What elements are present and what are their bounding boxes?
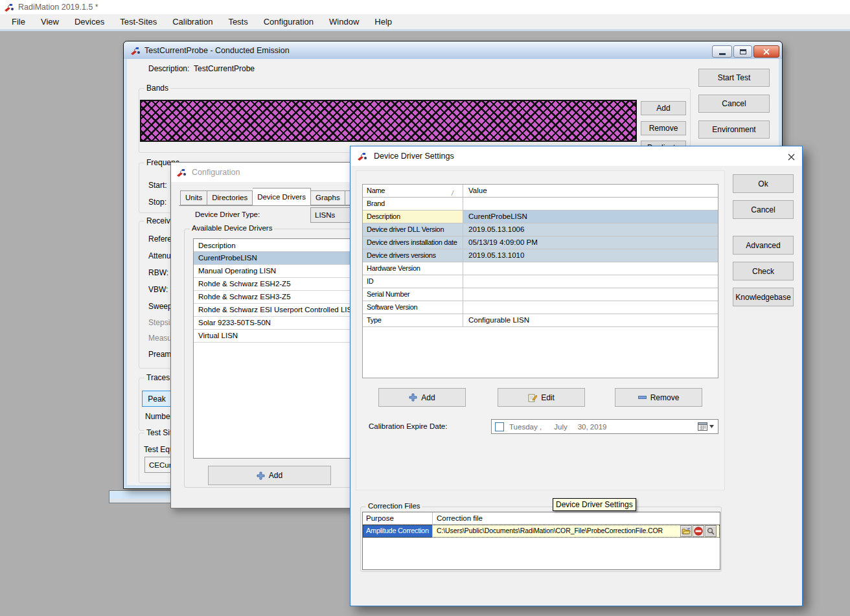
add-button[interactable]: Add [378, 388, 466, 407]
tab-units[interactable]: Units [180, 190, 207, 205]
calibration-date-value: Tuesday , July 30, 2019 [509, 423, 606, 431]
maximize-button[interactable] [733, 45, 752, 58]
magnifier-icon [707, 527, 715, 535]
row-name: Type [363, 314, 463, 326]
tab-graphs[interactable]: Graphs [311, 190, 345, 205]
menu-file[interactable]: File [4, 16, 33, 28]
table-row[interactable]: Serial Number [363, 288, 718, 301]
dds-cancel-label: Cancel [751, 205, 775, 214]
peak-label: Peak [148, 394, 165, 404]
plus-icon [257, 472, 265, 480]
background-window-fragment [109, 490, 171, 503]
dds-close-button[interactable] [786, 152, 796, 162]
dds-cancel-button[interactable]: Cancel [733, 200, 794, 219]
chevron-down-icon [709, 425, 714, 428]
header-purpose[interactable]: Purpose [363, 512, 433, 524]
table-row[interactable]: Type Configurable LISN [363, 314, 718, 327]
available-drivers-label: Available Device Drivers [190, 224, 274, 232]
add-label: Add [421, 393, 435, 402]
menu-devices[interactable]: Devices [67, 16, 112, 28]
table-row[interactable]: Hardware Version [363, 262, 718, 275]
row-value: Configurable LISN [463, 314, 718, 326]
edit-label: Edit [541, 393, 555, 402]
ok-button[interactable]: Ok [733, 174, 794, 193]
open-folder-icon [682, 527, 691, 535]
bands-area[interactable] [140, 100, 637, 142]
row-name: Description [363, 211, 463, 223]
correction-files-label: Correction Files [366, 502, 422, 510]
advanced-label: Advanced [746, 241, 780, 250]
remove-button[interactable]: Remove [615, 388, 702, 407]
table-row[interactable]: Device drivers versions 2019.05.13.1010 [363, 249, 718, 262]
environment-label: Environment [712, 125, 755, 134]
band-add-button[interactable]: Add [641, 101, 686, 115]
tab-strip: Units Directories Device Drivers Graphs … [180, 190, 374, 205]
row-name: Software Version [363, 301, 463, 314]
peak-button[interactable]: Peak [142, 391, 172, 407]
menubar: File View Devices Test-Sites Calibration… [0, 14, 850, 29]
radimation-logo-icon [130, 45, 141, 56]
table-row[interactable]: Device drivers installation date 05/13/1… [363, 236, 718, 249]
header-value[interactable]: Value [463, 185, 718, 197]
row-name: Device drivers versions [363, 249, 463, 262]
calibration-checkbox[interactable] [495, 422, 504, 431]
row-name: ID [363, 275, 463, 288]
minimize-button[interactable] [712, 45, 732, 58]
table-row[interactable]: Software Version [363, 301, 718, 314]
menu-test-sites[interactable]: Test-Sites [112, 16, 165, 28]
menu-view[interactable]: View [33, 16, 67, 28]
driver-add-button[interactable]: Add [208, 466, 331, 485]
dds-title: Device Driver Settings [374, 152, 454, 161]
mdi-top-strip [0, 29, 850, 31]
driver-add-label: Add [269, 471, 282, 480]
environment-button[interactable]: Environment [698, 120, 770, 139]
menu-calibration[interactable]: Calibration [165, 16, 220, 28]
ok-label: Ok [758, 179, 768, 188]
header-correction-file[interactable]: Correction file [433, 512, 720, 524]
property-table: Name / Value Brand Description CurentPro… [362, 184, 718, 378]
cancel-button[interactable]: Cancel [698, 95, 770, 113]
start-test-button[interactable]: Start Test [698, 69, 770, 87]
minimize-icon [719, 53, 726, 55]
close-icon [788, 154, 795, 161]
date-picker-button[interactable] [698, 422, 714, 431]
table-row-selected[interactable]: Description CurentProbeLISN [363, 211, 718, 223]
menu-window[interactable]: Window [321, 16, 367, 28]
table-row[interactable]: ID [363, 275, 718, 288]
maximize-icon [740, 49, 746, 54]
test-window-titlebar: TestCurrentProbe - Conducted Emission [124, 41, 782, 59]
table-row[interactable]: Device driver DLL Version 2019.05.13.100… [363, 223, 718, 236]
check-button[interactable]: Check [733, 262, 794, 280]
knowledgebase-button[interactable]: Knowledgebase [733, 288, 794, 306]
number-label: Number [145, 412, 173, 421]
row-value: 05/13/19 4:09:00 PM [463, 236, 718, 249]
browse-file-button[interactable] [680, 525, 692, 537]
correction-row[interactable]: Amplitude Correction C:\Users\Public\Doc… [363, 525, 720, 538]
screen: RadiMation 2019.1.5 * File View Devices … [0, 0, 850, 616]
menu-configuration[interactable]: Configuration [256, 16, 321, 28]
band-remove-button[interactable]: Remove [641, 121, 686, 135]
tab-device-drivers[interactable]: Device Drivers [253, 188, 311, 206]
advanced-button[interactable]: Advanced [733, 236, 794, 255]
view-file-button[interactable] [705, 525, 717, 537]
close-button[interactable] [753, 45, 779, 58]
row-value: 2019.05.13.1010 [463, 249, 718, 262]
row-value [463, 288, 718, 301]
plus-icon [409, 393, 417, 402]
table-row[interactable]: Brand [363, 198, 718, 211]
device-driver-type-value: LISNs [315, 211, 335, 219]
app-titlebar: RadiMation 2019.1.5 * [0, 0, 850, 14]
edit-button[interactable]: Edit [498, 388, 585, 407]
row-value [463, 262, 718, 275]
calibration-date-field[interactable]: Tuesday , July 30, 2019 [491, 419, 718, 434]
header-name[interactable]: Name / [363, 185, 463, 197]
calibration-expire-label: Calibration Expire Date: [369, 422, 447, 430]
tab-directories[interactable]: Directories [207, 190, 253, 205]
clear-file-button[interactable] [693, 525, 704, 537]
dds-titlebar: Device Driver Settings [350, 146, 802, 166]
device-driver-settings-window: Device Driver Settings Name / Value Bran… [350, 146, 803, 606]
row-value [463, 301, 718, 314]
menu-tests[interactable]: Tests [220, 16, 255, 28]
configuration-title: Configuration [192, 168, 240, 177]
menu-help[interactable]: Help [367, 16, 400, 28]
